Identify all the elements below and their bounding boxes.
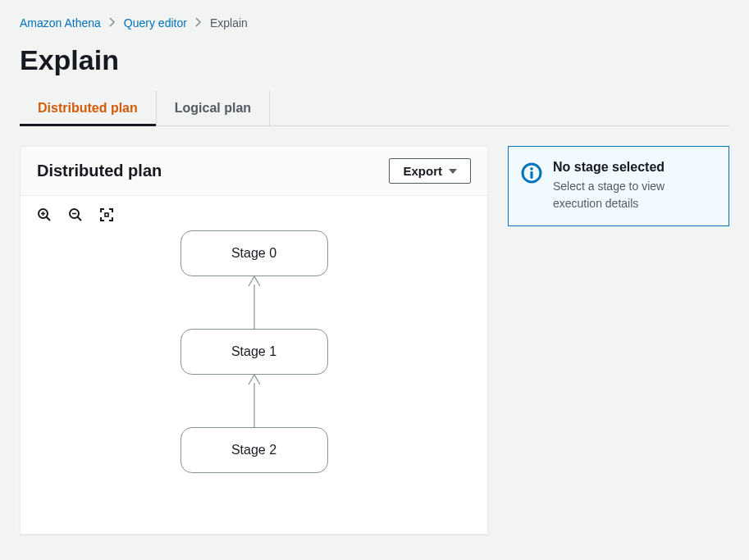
page-title: Explain — [20, 44, 729, 76]
zoom-in-icon[interactable] — [37, 207, 52, 222]
panel-title: Distributed plan — [37, 162, 162, 180]
export-button[interactable]: Export — [389, 158, 471, 184]
svg-rect-7 — [105, 213, 108, 216]
export-button-label: Export — [403, 164, 442, 178]
info-box: No stage selected Select a stage to view… — [508, 146, 729, 226]
chevron-right-icon — [109, 16, 116, 30]
breadcrumb: Amazon Athena Query editor Explain — [20, 16, 729, 30]
breadcrumb-link-query-editor[interactable]: Query editor — [124, 16, 187, 30]
svg-rect-12 — [530, 171, 532, 179]
plan-panel: Distributed plan Export — [20, 146, 488, 535]
caret-down-icon — [449, 169, 457, 174]
info-description: Select a stage to view execution details — [553, 178, 715, 212]
stage-node-1[interactable]: Stage 1 — [180, 329, 328, 375]
stage-node-0[interactable]: Stage 0 — [180, 230, 328, 276]
breadcrumb-link-athena[interactable]: Amazon Athena — [20, 16, 101, 30]
svg-line-5 — [78, 217, 82, 221]
stage-node-2[interactable]: Stage 2 — [180, 427, 328, 473]
svg-line-1 — [47, 217, 51, 221]
zoom-out-icon[interactable] — [68, 207, 83, 222]
tabbar: Distributed plan Logical plan — [20, 91, 729, 126]
svg-point-11 — [530, 167, 533, 171]
breadcrumb-current: Explain — [210, 16, 248, 30]
chevron-right-icon — [195, 16, 202, 30]
zoom-toolbar — [21, 196, 487, 222]
arrow-up-icon — [245, 276, 263, 332]
tab-distributed-plan[interactable]: Distributed plan — [20, 91, 157, 125]
arrow-up-icon — [245, 375, 263, 430]
fit-screen-icon[interactable] — [99, 207, 114, 222]
info-icon — [520, 162, 543, 188]
info-title: No stage selected — [553, 160, 715, 175]
side-panel: No stage selected Select a stage to view… — [508, 146, 729, 226]
tab-logical-plan[interactable]: Logical plan — [157, 91, 270, 125]
plan-graph: Stage 0 Stage 1 Stage 2 — [21, 222, 487, 534]
